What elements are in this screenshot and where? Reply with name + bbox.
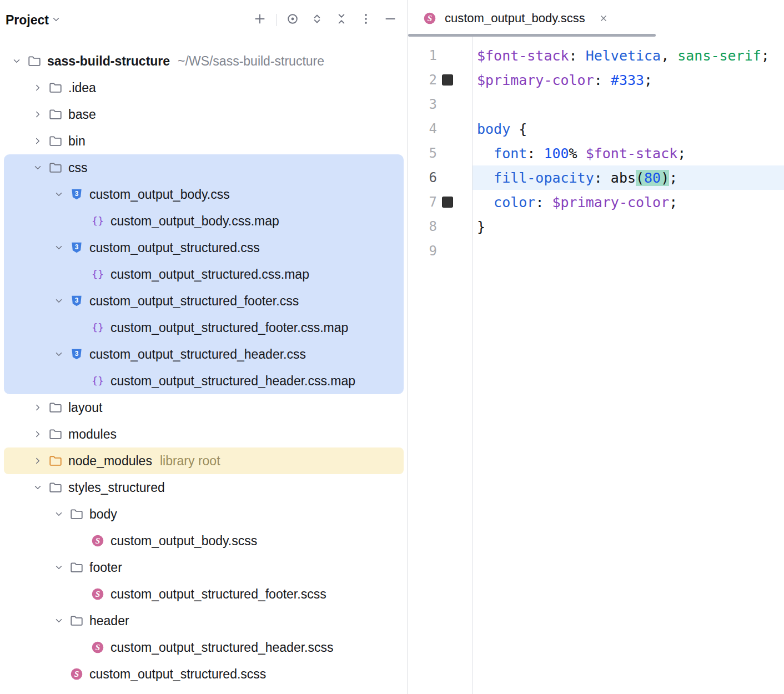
chevron-spacer bbox=[71, 265, 89, 284]
css-icon: 3 bbox=[68, 239, 85, 256]
chevron-right-icon[interactable] bbox=[28, 105, 47, 124]
tree-row-modules[interactable]: modules bbox=[4, 421, 404, 447]
tree-row-custom-output-body-css[interactable]: 3custom_output_body.css bbox=[4, 181, 404, 208]
tree-row-node-modules[interactable]: node_moduleslibrary root bbox=[4, 447, 404, 474]
tree-row-layout[interactable]: layout bbox=[4, 394, 404, 421]
tree-row-custom-output-body-css-map[interactable]: {}custom_output_body.css.map bbox=[4, 208, 404, 234]
color-preview-swatch[interactable] bbox=[442, 74, 453, 86]
expand-all-button[interactable] bbox=[309, 12, 325, 28]
chevron-right-icon[interactable] bbox=[28, 451, 47, 470]
map-icon: {} bbox=[89, 266, 106, 283]
gutter-line-6[interactable]: 6 bbox=[408, 165, 472, 190]
code-line-6[interactable]: fill-opacity: abs(80); bbox=[473, 165, 784, 190]
chevron-spacer bbox=[49, 665, 68, 683]
tree-row--idea[interactable]: .idea bbox=[4, 74, 404, 101]
gutter-line-1[interactable]: 1 bbox=[408, 43, 472, 68]
tree-row-custom-output-structured-footer-css-map[interactable]: {}custom_output_structured_footer.css.ma… bbox=[4, 314, 404, 341]
tree-row-sass-build-structure[interactable]: sass-build-structure~/WS/sass-build-stru… bbox=[4, 48, 404, 74]
chevron-down-icon[interactable] bbox=[49, 505, 68, 524]
tree-row-styles-structured[interactable]: styles_structured bbox=[4, 474, 404, 501]
chevron-down-icon[interactable] bbox=[49, 291, 68, 310]
tree-item-label: custom_output_body.scss bbox=[110, 534, 257, 549]
chevron-right-icon[interactable] bbox=[28, 78, 47, 97]
code-line-5[interactable]: font: 100% $font-stack; bbox=[473, 141, 784, 165]
code-line-2[interactable]: $primary-color: #333; bbox=[473, 68, 784, 92]
code-line-9[interactable] bbox=[473, 239, 784, 263]
tree-row-custom-output-structured-footer-css[interactable]: 3custom_output_structured_footer.css bbox=[4, 288, 404, 314]
gutter-line-2[interactable]: 2 bbox=[408, 68, 472, 92]
locate-file-button[interactable] bbox=[284, 12, 301, 28]
code-token: fill-opacity bbox=[494, 170, 594, 186]
chevron-spacer bbox=[71, 212, 89, 230]
line-number: 8 bbox=[416, 219, 437, 234]
line-number: 6 bbox=[416, 170, 437, 185]
svg-text:S: S bbox=[96, 589, 100, 599]
gutter-line-9[interactable]: 9 bbox=[408, 239, 472, 263]
css-icon: 3 bbox=[68, 186, 85, 203]
chevron-down-icon[interactable] bbox=[49, 185, 68, 204]
folder-icon bbox=[47, 479, 64, 496]
toolbar-separator bbox=[276, 14, 277, 26]
chevron-right-icon[interactable] bbox=[28, 132, 47, 150]
chevron-right-icon[interactable] bbox=[28, 398, 47, 417]
project-view-selector[interactable]: Project bbox=[6, 13, 61, 28]
code-line-4[interactable]: body { bbox=[473, 117, 784, 141]
code-lines[interactable]: $font-stack: Helvetica, sans-serif;$prim… bbox=[473, 37, 784, 694]
tree-row-bin[interactable]: bin bbox=[4, 128, 404, 154]
tree-row-base[interactable]: base bbox=[4, 101, 404, 128]
tree-row-custom-output-structured-header-scss[interactable]: Scustom_output_structured_header.scss bbox=[4, 634, 404, 661]
locate-file-icon bbox=[285, 12, 300, 28]
code-token: : bbox=[569, 48, 586, 64]
chevron-down-icon[interactable] bbox=[28, 478, 47, 497]
chevron-down-icon[interactable] bbox=[28, 158, 47, 177]
add-button[interactable] bbox=[252, 12, 268, 28]
tree-row-custom-output-body-scss[interactable]: Scustom_output_body.scss bbox=[4, 527, 404, 554]
code-token: , bbox=[661, 48, 677, 64]
svg-text:S: S bbox=[96, 536, 100, 545]
gutter-line-7[interactable]: 7 bbox=[408, 190, 472, 214]
more-options-button[interactable] bbox=[358, 12, 374, 28]
chevron-down-icon[interactable] bbox=[49, 345, 68, 364]
line-number: 4 bbox=[416, 121, 437, 137]
code-token: body bbox=[477, 121, 510, 137]
gutter-line-8[interactable]: 8 bbox=[408, 214, 472, 239]
code-line-1[interactable]: $font-stack: Helvetica, sans-serif; bbox=[473, 43, 784, 68]
gutter-line-3[interactable]: 3 bbox=[408, 92, 472, 117]
tree-row-footer[interactable]: footer bbox=[4, 554, 404, 581]
chevron-right-icon[interactable] bbox=[28, 425, 47, 444]
chevron-down-icon[interactable] bbox=[49, 238, 68, 257]
hide-panel-button[interactable] bbox=[382, 12, 399, 28]
code-token: : bbox=[594, 72, 611, 88]
tree-row-custom-output-structured-css[interactable]: 3custom_output_structured.css bbox=[4, 234, 404, 261]
tree-row-custom-output-structured-css-map[interactable]: {}custom_output_structured.css.map bbox=[4, 261, 404, 288]
tree-row-custom-output-structured-header-css-map[interactable]: {}custom_output_structured_header.css.ma… bbox=[4, 368, 404, 394]
code-line-7[interactable]: color: $primary-color; bbox=[473, 190, 784, 214]
tree-row-custom-output-structured-scss[interactable]: Scustom_output_structured.scss bbox=[4, 661, 404, 687]
svg-text:S: S bbox=[428, 13, 432, 23]
gutter-line-4[interactable]: 4 bbox=[408, 117, 472, 141]
code-token: } bbox=[477, 219, 485, 235]
color-preview-swatch[interactable] bbox=[442, 197, 453, 208]
chevron-down-icon[interactable] bbox=[49, 558, 68, 577]
tree-row-css[interactable]: css bbox=[4, 154, 404, 181]
gutter-line-5[interactable]: 5 bbox=[408, 141, 472, 165]
svg-text:{}: {} bbox=[92, 215, 104, 227]
tree-item-label: custom_output_body.css bbox=[89, 187, 230, 202]
tree-row-header[interactable]: header bbox=[4, 607, 404, 634]
tree-item-label: custom_output_structured_header.css bbox=[89, 347, 306, 362]
code-line-3[interactable] bbox=[473, 92, 784, 117]
close-icon[interactable] bbox=[596, 11, 611, 26]
chevron-down-icon[interactable] bbox=[49, 611, 68, 630]
chevron-down-icon[interactable] bbox=[7, 52, 26, 71]
tree-item-label: header bbox=[89, 613, 129, 628]
tree-row-custom-output-structured-header-css[interactable]: 3custom_output_structured_header.css bbox=[4, 341, 404, 368]
svg-text:S: S bbox=[74, 669, 79, 678]
tree-row-custom-output-structured-footer-scss[interactable]: Scustom_output_structured_footer.scss bbox=[4, 581, 404, 607]
code-line-8[interactable]: } bbox=[473, 214, 784, 239]
collapse-all-button[interactable] bbox=[333, 12, 350, 28]
tree-item-label: custom_output_structured.css.map bbox=[110, 267, 309, 282]
scss-icon: S bbox=[68, 666, 85, 682]
editor-tab[interactable]: S custom_output_body.scss bbox=[408, 0, 622, 37]
tree-row-body[interactable]: body bbox=[4, 501, 404, 527]
expand-all-icon bbox=[310, 12, 324, 28]
